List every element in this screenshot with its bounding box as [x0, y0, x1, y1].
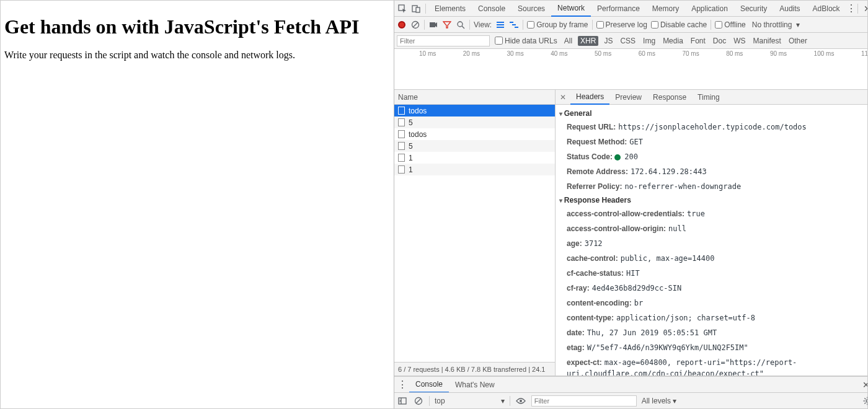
device-toolbar-icon[interactable] [409, 1, 423, 17]
header-key: etag: [567, 343, 585, 352]
filter-type-doc[interactable]: Doc [711, 37, 728, 45]
filter-type-all[interactable]: All [562, 37, 574, 45]
tab-elements[interactable]: Elements [428, 1, 472, 17]
filter-type-js[interactable]: JS [602, 37, 614, 45]
record-button[interactable] [397, 20, 407, 30]
filter-type-font[interactable]: Font [689, 37, 707, 45]
preserve-log-checkbox[interactable]: Preserve log [596, 20, 647, 29]
header-row: age:3712 [556, 236, 868, 251]
console-filter-input[interactable] [531, 395, 637, 407]
drawer-kebab-icon[interactable]: ⋮ [397, 379, 408, 390]
header-row: content-encoding:br [556, 296, 868, 310]
context-select[interactable]: top▾ [435, 397, 505, 405]
drawer-tab-console[interactable]: Console [409, 377, 449, 393]
eye-icon[interactable] [515, 395, 526, 407]
header-value: 3712 [585, 239, 603, 248]
detail-tab-headers[interactable]: Headers [570, 90, 609, 105]
filter-type-css[interactable]: CSS [618, 37, 637, 45]
document-icon [398, 107, 405, 115]
settings-gear-icon[interactable] [862, 395, 868, 407]
filter-input[interactable] [397, 35, 490, 46]
svg-rect-10 [497, 27, 504, 28]
tab-application[interactable]: Application [685, 1, 734, 17]
tab-performance[interactable]: Performance [591, 1, 646, 17]
log-levels-select[interactable]: All levels ▾ [642, 397, 677, 405]
header-value: GET [629, 138, 643, 146]
detail-tab-preview[interactable]: Preview [609, 90, 647, 105]
clear-console-icon[interactable] [413, 395, 424, 407]
header-row: cf-cache-status:HIT [556, 266, 868, 281]
header-key: access-control-allow-credentials: [567, 209, 684, 218]
inspect-element-icon[interactable] [396, 1, 409, 17]
large-rows-icon[interactable] [495, 20, 505, 30]
close-detail-icon[interactable]: ✕ [557, 93, 569, 102]
request-name: 5 [409, 118, 413, 127]
kebab-menu-icon[interactable]: ⋮ [846, 2, 855, 14]
camera-icon[interactable] [428, 20, 438, 30]
svg-point-18 [520, 400, 522, 402]
tab-memory[interactable]: Memory [646, 1, 685, 17]
request-row[interactable]: 5 [394, 140, 555, 152]
request-row[interactable]: todos [394, 128, 555, 140]
header-row: access-control-allow-origin:null [556, 221, 868, 236]
request-list-header[interactable]: Name [394, 90, 555, 105]
timeline-tick: 50 ms [595, 50, 611, 57]
header-key: expect-ct: [567, 358, 602, 367]
group-by-frame-checkbox[interactable]: Group by frame [527, 20, 588, 29]
header-key: access-control-allow-origin: [567, 224, 666, 233]
filter-type-ws[interactable]: WS [732, 37, 747, 45]
svg-rect-2 [416, 7, 420, 12]
svg-line-4 [413, 22, 418, 27]
timeline-tick: 100 ms [814, 50, 835, 57]
request-row[interactable]: 5 [394, 117, 555, 128]
offline-checkbox[interactable]: Offline [715, 20, 745, 29]
header-value: no-referrer-when-downgrade [624, 182, 741, 191]
tab-adblock[interactable]: AdBlock [807, 1, 846, 17]
timeline-tick: 40 ms [551, 50, 567, 57]
tab-security[interactable]: Security [734, 1, 773, 17]
network-timeline[interactable]: 10 ms20 ms30 ms40 ms50 ms60 ms70 ms80 ms… [394, 49, 868, 90]
close-devtools-icon[interactable]: ✕ [861, 4, 868, 14]
header-row: Request URL:https://jsonplaceholder.typi… [556, 120, 868, 134]
search-icon[interactable] [456, 20, 466, 30]
close-drawer-icon[interactable]: ✕ [859, 380, 868, 390]
header-row: Remote Address:172.64.129.28:443 [556, 164, 868, 179]
header-value: 4ed4e36b8d29d9cc-SIN [592, 284, 682, 292]
tab-console[interactable]: Console [472, 1, 512, 17]
filter-type-xhr[interactable]: XHR [578, 36, 598, 46]
view-label: View: [474, 20, 492, 29]
detail-tab-timing[interactable]: Timing [692, 90, 725, 105]
tab-sources[interactable]: Sources [512, 1, 551, 17]
header-value: true [687, 209, 705, 218]
request-row[interactable]: 1 [394, 164, 555, 175]
section-title[interactable]: General [556, 107, 868, 120]
console-sidebar-icon[interactable] [397, 395, 408, 407]
svg-point-19 [866, 400, 868, 402]
section-title[interactable]: Response Headers [556, 194, 868, 206]
tab-network[interactable]: Network [551, 1, 591, 17]
drawer-tabs: ⋮ ConsoleWhat's New ✕ [394, 376, 868, 392]
detail-tab-response[interactable]: Response [647, 90, 692, 105]
disable-cache-checkbox[interactable]: Disable cache [651, 20, 707, 29]
header-key: date: [567, 328, 585, 337]
header-row: etag:W/"5ef7-4Ad6/n39KWY9q6Ykm/ULNQ2F5IM… [556, 340, 868, 355]
request-name: 5 [409, 142, 413, 151]
tab-audits[interactable]: Audits [773, 1, 806, 17]
throttling-select[interactable]: No throttling ▾ [750, 20, 802, 29]
waterfall-icon[interactable] [509, 20, 519, 30]
svg-line-7 [462, 26, 464, 29]
header-value: public, max-age=14400 [621, 254, 715, 263]
filter-type-img[interactable]: Img [641, 37, 657, 45]
header-value: Thu, 27 Jun 2019 05:05:51 GMT [587, 328, 717, 337]
hide-data-urls-checkbox[interactable]: Hide data URLs [495, 37, 557, 45]
filter-type-manifest[interactable]: Manifest [751, 37, 783, 45]
request-row[interactable]: todos [394, 105, 555, 117]
filter-icon[interactable] [442, 20, 452, 30]
header-value: HIT [626, 269, 640, 278]
request-row[interactable]: 1 [394, 152, 555, 164]
filter-type-other[interactable]: Other [787, 37, 809, 45]
drawer-tab-what-s-new[interactable]: What's New [449, 377, 501, 393]
filter-type-media[interactable]: Media [661, 37, 685, 45]
clear-button[interactable] [410, 20, 420, 30]
timeline-tick: 90 ms [770, 50, 787, 57]
